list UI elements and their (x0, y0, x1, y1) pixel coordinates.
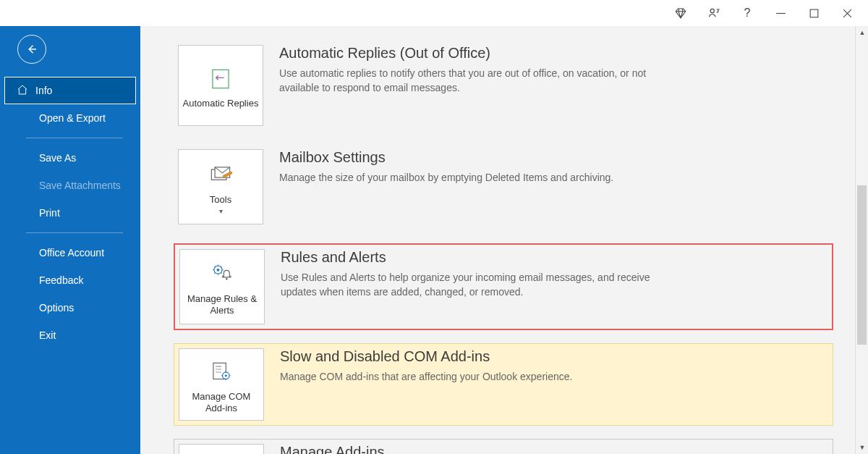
chevron-down-icon: ▾ (219, 207, 223, 217)
sidebar-item-office-account[interactable]: Office Account (0, 239, 140, 266)
section-title: Manage Add-ins (280, 444, 671, 454)
sidebar-item-label: Office Account (20, 247, 104, 258)
home-icon (17, 84, 28, 98)
vertical-scrollbar[interactable]: ▲ ▼ (855, 26, 868, 454)
section-description: Use Rules and Alerts to help organize yo… (281, 270, 671, 300)
section-title: Automatic Replies (Out of Office) (279, 45, 670, 62)
tile-manage-com-addins[interactable]: Manage COM Add-ins (179, 348, 264, 421)
section-description: Manage COM add-ins that are affecting yo… (280, 369, 671, 384)
sidebar-item-label: Exit (20, 329, 56, 341)
svg-point-7 (226, 278, 228, 280)
rules-alerts-icon (208, 258, 236, 290)
sidebar-item-open-export[interactable]: Open & Export (0, 104, 140, 132)
tile-label: Manage Rules & Alerts (183, 293, 261, 317)
sidebar-item-label: Options (20, 302, 74, 314)
section-automatic-replies: Automatic Replies Automatic Replies (Out… (174, 41, 833, 130)
sidebar-item-save-attachments: Save Attachments (0, 172, 140, 199)
section-title: Mailbox Settings (279, 149, 670, 166)
info-scroll-area: Automatic Replies Automatic Replies (Out… (140, 26, 855, 454)
svg-rect-1 (810, 9, 818, 17)
sidebar-item-print[interactable]: Print (0, 199, 140, 227)
minimize-button[interactable] (764, 0, 797, 26)
premium-icon[interactable] (664, 0, 697, 26)
section-mailbox-settings: Tools ▾ Mailbox Settings Manage the size… (174, 145, 833, 229)
sidebar-item-label: Feedback (20, 274, 83, 286)
section-title: Rules and Alerts (281, 249, 671, 266)
help-button[interactable]: ? (731, 0, 764, 26)
scroll-up-button[interactable]: ▲ (856, 26, 868, 39)
sidebar-item-label: Save As (20, 152, 76, 164)
sidebar-item-save-as[interactable]: Save As (0, 144, 140, 172)
sidebar-item-label: Info (35, 85, 52, 96)
section-web-addins: Manage Add-ins Manage and acquire Web Ad… (174, 439, 833, 454)
sidebar-divider (26, 138, 123, 138)
close-button[interactable] (830, 0, 864, 26)
svg-point-6 (216, 268, 219, 271)
sidebar-item-label: Open & Export (20, 112, 106, 124)
com-addins-icon (208, 356, 235, 388)
svg-rect-2 (213, 70, 229, 88)
sidebar-item-exit[interactable]: Exit (0, 321, 140, 349)
sidebar-item-options[interactable]: Options (0, 294, 140, 321)
tile-label: Automatic Replies (183, 98, 259, 109)
section-rules-alerts: Manage Rules & Alerts Rules and Alerts U… (174, 243, 833, 330)
tools-icon (207, 159, 234, 191)
scrollbar-thumb[interactable] (857, 185, 867, 345)
tile-label: Manage COM Add-ins (182, 391, 260, 415)
tile-tools[interactable]: Tools ▾ (178, 149, 263, 224)
sidebar-item-info[interactable]: Info (4, 77, 136, 104)
coming-soon-icon[interactable] (697, 0, 731, 26)
automatic-replies-icon (207, 63, 234, 95)
sidebar-item-feedback[interactable]: Feedback (0, 266, 140, 294)
back-button[interactable] (17, 35, 46, 64)
svg-point-0 (710, 9, 714, 12)
scroll-down-button[interactable]: ▼ (856, 441, 868, 454)
backstage-sidebar: Info Open & Export Save As Save Attachme… (0, 0, 140, 454)
tile-label: Tools (210, 194, 231, 206)
sidebar-divider (26, 232, 123, 233)
tile-manage-rules[interactable]: Manage Rules & Alerts (179, 249, 265, 324)
info-content-area: Automatic Replies Automatic Replies (Out… (140, 26, 868, 454)
section-title: Slow and Disabled COM Add-ins (280, 348, 671, 365)
tile-automatic-replies[interactable]: Automatic Replies (178, 45, 263, 126)
svg-point-10 (225, 374, 227, 377)
window-titlebar: ? (0, 0, 868, 26)
sidebar-item-label: Save Attachments (20, 180, 121, 191)
sidebar-item-label: Print (20, 207, 60, 219)
tile-manage-addins[interactable] (179, 444, 264, 454)
restore-button[interactable] (797, 0, 830, 26)
section-description: Use automatic replies to notify others t… (279, 66, 670, 96)
section-description: Manage the size of your mailbox by empty… (279, 170, 670, 185)
section-com-addins: Manage COM Add-ins Slow and Disabled COM… (174, 343, 833, 426)
